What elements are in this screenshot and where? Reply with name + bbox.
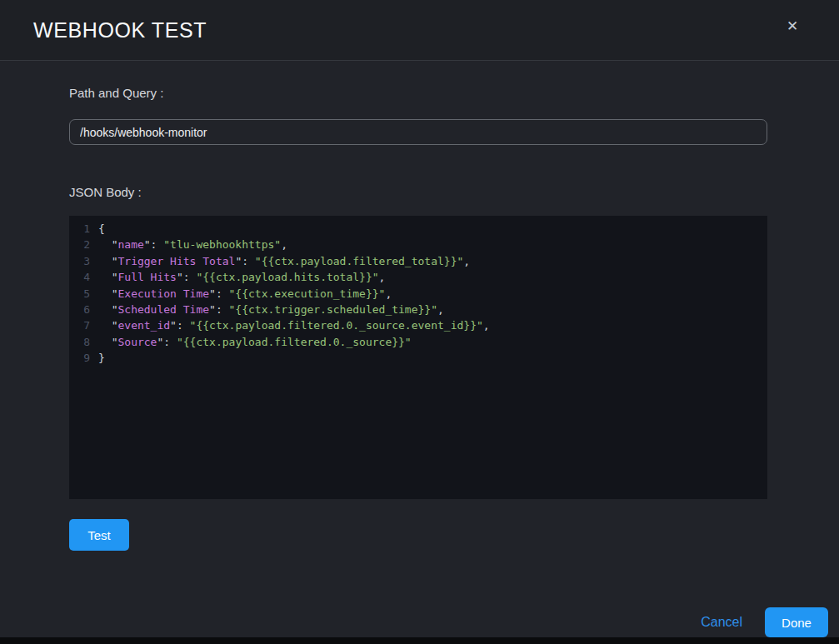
path-and-query-label: Path and Query : (69, 86, 767, 100)
code-text: } (90, 350, 105, 366)
code-editor[interactable]: 1{2 "name": "tlu-webhookhttps",3 "Trigge… (69, 216, 767, 499)
modal-footer: Cancel Done (701, 607, 828, 637)
line-number: 8 (69, 334, 90, 350)
code-line: 5 "Execution Time": "{{ctx.execution_tim… (69, 286, 767, 302)
modal-title: WEBHOOK TEST (33, 18, 207, 42)
code-text: "event_id": "{{ctx.payload.filtered.0._s… (90, 317, 490, 333)
webhook-test-modal: WEBHOOK TEST ✕ Path and Query : JSON Bod… (0, 0, 839, 637)
json-body-label: JSON Body : (69, 185, 767, 199)
code-text: { (90, 221, 105, 237)
code-line: 4 "Full Hits": "{{ctx.payload.hits.total… (69, 269, 767, 285)
modal-body: Path and Query : JSON Body : 1{2 "name":… (0, 86, 839, 551)
line-number: 9 (69, 350, 90, 366)
code-line: 8 "Source": "{{ctx.payload.filtered.0._s… (69, 334, 767, 350)
done-button[interactable]: Done (765, 607, 828, 637)
line-number: 3 (69, 253, 90, 269)
line-number: 2 (69, 237, 90, 252)
code-text: "Source": "{{ctx.payload.filtered.0._sou… (90, 334, 412, 350)
page-background-strip (0, 637, 839, 644)
cancel-button[interactable]: Cancel (701, 615, 742, 630)
path-and-query-input[interactable] (69, 119, 767, 145)
close-icon[interactable]: ✕ (783, 17, 802, 36)
code-line: 2 "name": "tlu-webhookhttps", (69, 237, 767, 252)
code-line: 3 "Trigger Hits Total": "{{ctx.payload.f… (69, 253, 767, 269)
code-line: 7 "event_id": "{{ctx.payload.filtered.0.… (69, 317, 767, 333)
line-number: 4 (69, 269, 90, 285)
code-line: 1{ (69, 221, 767, 237)
line-number: 6 (69, 302, 90, 317)
code-text: "Execution Time": "{{ctx.execution_time}… (90, 286, 392, 302)
code-line: 9} (69, 350, 767, 366)
line-number: 5 (69, 286, 90, 302)
code-text: "name": "tlu-webhookhttps", (90, 237, 287, 252)
screen: WEBHOOK TEST ✕ Path and Query : JSON Bod… (0, 0, 839, 644)
line-number: 7 (69, 317, 90, 333)
line-number: 1 (69, 221, 90, 237)
code-text: "Scheduled Time": "{{ctx.trigger.schedul… (90, 302, 444, 317)
code-text: "Full Hits": "{{ctx.payload.hits.total}}… (90, 269, 385, 285)
modal-header: WEBHOOK TEST ✕ (0, 0, 839, 61)
code-line: 6 "Scheduled Time": "{{ctx.trigger.sched… (69, 302, 767, 317)
test-button[interactable]: Test (69, 519, 129, 551)
code-text: "Trigger Hits Total": "{{ctx.payload.fil… (90, 253, 470, 269)
